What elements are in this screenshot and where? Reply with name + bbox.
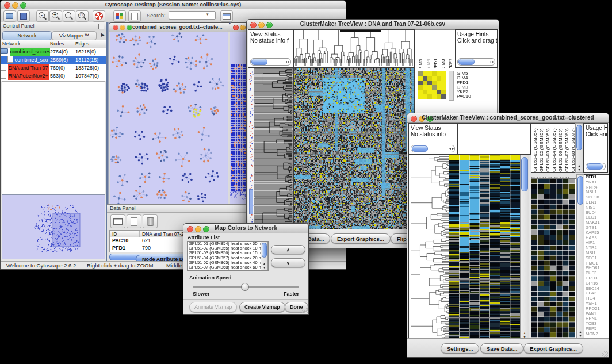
scroll-up-icon[interactable]: ▴ xyxy=(523,331,525,335)
map-colors-dialog: Map Colors to Network Attribute List GPL… xyxy=(183,223,309,315)
heatmap-vscrollbar[interactable]: ▴▾ xyxy=(520,155,529,340)
scroll-thumb[interactable] xyxy=(262,243,267,258)
table-row[interactable]: RNAPuberNov2+ 563(0) 107847(0) xyxy=(1,72,106,80)
close-icon[interactable] xyxy=(233,25,239,30)
open-file-button[interactable] xyxy=(3,10,16,22)
resize-grip[interactable] xyxy=(302,308,308,313)
zoom-out-button[interactable]: - xyxy=(36,10,49,22)
scroll-right-icon[interactable]: ▸ xyxy=(492,59,495,64)
delete-attribute-button[interactable] xyxy=(143,214,158,228)
birdseye-view[interactable] xyxy=(2,194,105,260)
usage-hints-title: Usage Hints xyxy=(456,30,497,37)
gene-list-scrollbar[interactable]: ▴▾ xyxy=(576,174,584,339)
search-dropdown-icon[interactable]: ▾ xyxy=(206,12,209,17)
network-name: combined_scores xyxy=(10,48,50,56)
scroll-right-icon[interactable]: ▸ xyxy=(288,59,290,64)
status-scrollbar[interactable]: ◂ ▸ xyxy=(250,58,291,66)
new-attribute-button[interactable] xyxy=(127,214,141,228)
scroll-thumb[interactable] xyxy=(412,145,428,152)
save-data-button[interactable]: Save Data... xyxy=(480,343,523,354)
zoom-selected-button[interactable]: □ xyxy=(76,10,89,22)
scroll-thumb[interactable] xyxy=(587,163,603,170)
scroll-down-icon[interactable]: ▾ xyxy=(263,266,265,269)
tab-vizmapper[interactable]: VizMapper™ xyxy=(52,31,97,40)
zoom-view-panel[interactable] xyxy=(531,178,577,339)
hints-scrollbar[interactable]: ◂ ▸ xyxy=(457,58,495,66)
heatmap-canvas[interactable] xyxy=(294,68,414,230)
help-button[interactable] xyxy=(93,10,105,22)
scroll-thumb[interactable] xyxy=(577,176,583,205)
scroll-up-icon[interactable]: ▴ xyxy=(579,330,581,334)
network-icon xyxy=(1,64,6,71)
table-row-selected[interactable]: combined_sco 2569(6) 13112(15) xyxy=(1,56,106,64)
minimize-icon[interactable] xyxy=(120,25,125,30)
scroll-thumb[interactable] xyxy=(576,125,582,150)
label-scrollbar[interactable]: ▴▾ xyxy=(575,123,583,173)
row-dendrogram-canvas[interactable] xyxy=(254,68,293,230)
heatmap-panel[interactable] xyxy=(449,155,521,340)
float-panel-icon[interactable] xyxy=(98,24,104,29)
birdseye-canvas[interactable] xyxy=(2,195,105,259)
zoom-window-icon[interactable] xyxy=(127,25,132,30)
dialog-titlebar[interactable]: Map Colors to Network xyxy=(183,224,308,233)
hints-scrollbar[interactable] xyxy=(586,163,606,170)
status-scrollbar[interactable]: ◂ ▸ xyxy=(411,145,455,152)
zoom-heatmap-canvas[interactable] xyxy=(531,179,575,338)
treeview2-titlebar[interactable]: ClusterMaker TreeView : combined_scores_… xyxy=(407,113,609,123)
save-button[interactable] xyxy=(17,10,30,22)
close-icon[interactable] xyxy=(113,25,118,30)
scroll-up-icon[interactable]: ▴ xyxy=(578,164,580,167)
treeview1-titlebar[interactable]: ClusterMaker TreeView : DNA and Tran 07-… xyxy=(247,20,499,29)
export-graphics-button[interactable]: Export Graphics... xyxy=(523,343,583,354)
attribute-item[interactable]: GPL51-07 (GSM868) heat shock 60 min xyxy=(188,265,268,270)
settings-button[interactable]: Settings... xyxy=(441,343,479,354)
zoom-fit-button[interactable] xyxy=(63,10,75,22)
column-dendrogram-panel[interactable] xyxy=(293,29,415,68)
minimize-icon[interactable] xyxy=(240,25,246,30)
table-row[interactable]: combined_scores 2764(0) 16218(0) xyxy=(1,48,106,56)
animate-vizmap-button[interactable]: Animate Vizmap xyxy=(189,302,237,312)
move-up-button[interactable]: ∧ xyxy=(271,245,305,254)
speed-slider-thumb[interactable] xyxy=(241,283,249,291)
scroll-down-icon[interactable]: ▾ xyxy=(579,334,581,338)
row-dendrogram-panel[interactable] xyxy=(408,155,450,340)
network-canvas[interactable] xyxy=(110,32,228,204)
scroll-thumb[interactable] xyxy=(458,59,475,65)
gene-marker-canvas[interactable] xyxy=(248,68,254,230)
column-dendrogram-panel[interactable] xyxy=(457,123,531,155)
view-status-text: No status info xyxy=(409,131,457,137)
view-status-text: No status info f xyxy=(248,37,293,44)
heatmap-panel[interactable] xyxy=(293,68,415,231)
create-vizmap-button[interactable]: Create Vizmap xyxy=(239,302,285,312)
attribute-list-scrollbar[interactable]: ▴▾ xyxy=(261,242,268,270)
attribute-select-button[interactable] xyxy=(110,214,125,228)
scroll-thumb[interactable] xyxy=(521,157,528,191)
row-dendrogram-panel[interactable] xyxy=(254,68,293,231)
scroll-down-icon[interactable]: ▾ xyxy=(578,168,580,171)
tab-overflow-icon[interactable]: ▶ xyxy=(101,32,105,37)
tab-network[interactable]: Network xyxy=(2,31,52,40)
control-panel-title: Control Panel xyxy=(3,23,35,29)
zoom-vscrollbar[interactable] xyxy=(449,71,454,101)
table-row[interactable]: DNA and Tran 07 769(0) 183728(0) xyxy=(1,64,106,72)
column-dendrogram-canvas[interactable] xyxy=(294,30,413,66)
network-window-titlebar[interactable]: combined_scores_good.txt--cluste... xyxy=(109,23,230,32)
main-titlebar[interactable]: Cytoscape Desktop (Session Name: collins… xyxy=(1,1,346,9)
move-down-button[interactable]: ∨ xyxy=(271,258,305,267)
table-tool-button[interactable] xyxy=(220,10,233,22)
export-graphics-button[interactable]: Export Graphics... xyxy=(331,233,391,244)
scroll-thumb[interactable] xyxy=(251,59,267,65)
gene-label[interactable]: MON2 xyxy=(586,332,609,337)
row-dendrogram-canvas[interactable] xyxy=(409,155,449,339)
col-network: Network xyxy=(1,40,50,48)
annotation-button[interactable] xyxy=(128,10,141,22)
treeview2-window: ClusterMaker TreeView : combined_scores_… xyxy=(407,113,609,358)
zoom-heatmap-canvas[interactable] xyxy=(418,71,446,99)
resize-grip[interactable] xyxy=(602,351,608,357)
vizmapper-button[interactable] xyxy=(113,10,126,22)
heatmap-canvas[interactable] xyxy=(449,155,521,339)
zoom-out-icon: - xyxy=(39,12,45,18)
zoom-in-button[interactable]: + xyxy=(49,10,62,22)
scroll-right-icon[interactable]: ▸ xyxy=(452,146,454,151)
scroll-up-icon[interactable]: ▴ xyxy=(263,262,265,265)
